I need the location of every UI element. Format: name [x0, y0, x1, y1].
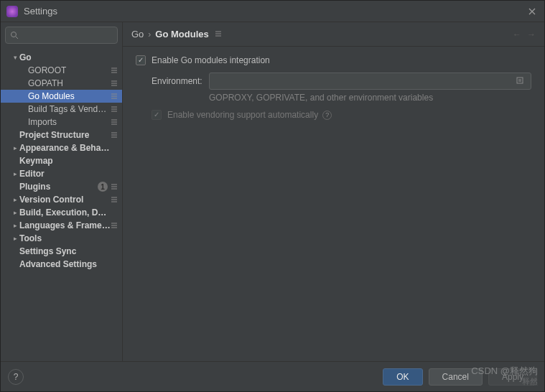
- tree-node-imports[interactable]: Imports: [1, 116, 122, 129]
- tree-node-gopath[interactable]: GOPATH: [1, 77, 122, 90]
- breadcrumb-sep: ›: [148, 29, 151, 39]
- vendoring-help-icon[interactable]: ?: [322, 111, 332, 120]
- project-tag-icon: [215, 29, 222, 39]
- tree-node-go-modules[interactable]: Go Modules: [1, 90, 122, 103]
- project-tag-icon: [111, 222, 118, 229]
- dialog-footer: ? OK Cancel Apply: [1, 361, 544, 391]
- project-tag-icon: [111, 196, 118, 203]
- chevron-right-icon: ▸: [11, 196, 19, 203]
- tree-node-project-structure[interactable]: Project Structure: [1, 129, 122, 141]
- breadcrumb-current: Go Modules: [155, 29, 208, 39]
- nav-forward-button[interactable]: →: [527, 29, 536, 39]
- vendoring-row: Enable vendoring support automatically ?: [152, 110, 531, 120]
- environment-field-wrap: [209, 73, 531, 90]
- project-tag-icon: [111, 183, 118, 190]
- expand-env-button[interactable]: [513, 76, 526, 86]
- tree-node-label: Settings Sync: [19, 246, 111, 256]
- go-modules-panel: Enable Go modules integration Environmen…: [123, 47, 544, 361]
- tree-node-label: Appearance & Behavior: [19, 143, 111, 153]
- close-button[interactable]: [526, 5, 539, 18]
- chevron-down-icon: ▾: [11, 54, 19, 61]
- tree-node-label: Advanced Settings: [19, 259, 111, 269]
- project-tag-icon: [111, 106, 118, 113]
- svg-point-0: [11, 32, 17, 37]
- project-tag-icon: [111, 131, 118, 139]
- tree-node-settings-sync[interactable]: Settings Sync: [1, 245, 122, 258]
- app-logo-icon: [6, 6, 18, 17]
- content-area: Go › Go Modules ← → Enable Go modules in…: [123, 22, 544, 361]
- expand-icon: [516, 77, 523, 84]
- search-wrap: [1, 22, 122, 48]
- tree-node-goroot[interactable]: GOROOT: [1, 64, 122, 77]
- enable-row: Enable Go modules integration: [136, 55, 531, 65]
- tree-node-label: GOROOT: [28, 65, 111, 75]
- tree-node-label: Project Structure: [19, 130, 111, 140]
- tree-node-tools[interactable]: ▸Tools: [1, 232, 122, 245]
- update-badge: 1: [98, 182, 108, 192]
- environment-hint: GOPROXY, GOPRIVATE, and other environmen…: [209, 93, 531, 103]
- tree-node-editor[interactable]: ▸Editor: [1, 167, 122, 180]
- enable-go-modules-checkbox[interactable]: [136, 55, 146, 65]
- titlebar: Settings: [1, 1, 544, 22]
- environment-input[interactable]: [214, 76, 513, 86]
- vendoring-checkbox: [152, 110, 162, 120]
- environment-label: Environment:: [152, 76, 209, 86]
- environment-row: Environment:: [152, 73, 531, 90]
- chevron-right-icon: ▸: [11, 144, 19, 151]
- tree-node-keymap[interactable]: Keymap: [1, 154, 122, 167]
- ok-button[interactable]: OK: [383, 368, 422, 386]
- apply-button: Apply: [488, 368, 537, 386]
- tree-node-build-execution-deployment[interactable]: ▸Build, Execution, Deployment: [1, 206, 122, 219]
- tree-node-version-control[interactable]: ▸Version Control: [1, 193, 122, 206]
- tree-node-languages-frameworks[interactable]: ▸Languages & Frameworks: [1, 219, 122, 232]
- settings-tree: ▾GoGOROOTGOPATHGo ModulesBuild Tags & Ve…: [1, 48, 122, 361]
- nav-buttons: ← →: [513, 29, 536, 39]
- settings-window: Settings ▾GoGOROOTGOPATHGo ModulesBuild …: [0, 0, 545, 392]
- search-box[interactable]: [5, 27, 118, 44]
- tree-node-plugins[interactable]: Plugins1: [1, 180, 122, 193]
- nav-back-button[interactable]: ←: [513, 29, 521, 39]
- tree-node-appearance-behavior[interactable]: ▸Appearance & Behavior: [1, 141, 122, 154]
- project-tag-icon: [111, 67, 118, 74]
- close-icon: [528, 8, 536, 15]
- sidebar: ▾GoGOROOTGOPATHGo ModulesBuild Tags & Ve…: [1, 22, 123, 361]
- project-tag-icon: [111, 93, 118, 100]
- tree-node-label: Plugins: [19, 182, 98, 192]
- tree-node-build-tags-vendoring[interactable]: Build Tags & Vendoring: [1, 103, 122, 116]
- enable-go-modules-label: Enable Go modules integration: [152, 55, 270, 65]
- tree-node-label: Build Tags & Vendoring: [28, 104, 111, 114]
- svg-rect-32: [517, 78, 523, 83]
- project-tag-icon: [111, 118, 118, 126]
- tree-node-advanced-settings[interactable]: Advanced Settings: [1, 258, 122, 271]
- project-tag-icon: [111, 80, 118, 87]
- tree-node-label: Go: [19, 52, 111, 62]
- search-icon: [10, 31, 19, 39]
- tree-node-label: Go Modules: [28, 91, 111, 101]
- tree-node-label: Tools: [19, 233, 111, 243]
- chevron-right-icon: ▸: [11, 235, 19, 242]
- breadcrumb-root[interactable]: Go: [131, 29, 144, 39]
- tree-node-label: Build, Execution, Deployment: [19, 207, 111, 218]
- svg-line-1: [16, 37, 18, 39]
- tree-node-label: Keymap: [19, 156, 111, 166]
- chevron-right-icon: ▸: [11, 222, 19, 229]
- chevron-right-icon: ▸: [11, 209, 19, 216]
- tree-node-go[interactable]: ▾Go: [1, 51, 122, 64]
- help-button[interactable]: ?: [8, 369, 24, 385]
- tree-node-label: Languages & Frameworks: [19, 220, 111, 230]
- window-title: Settings: [24, 6, 57, 17]
- vendoring-label: Enable vendoring support automatically: [167, 110, 318, 120]
- tree-node-label: Imports: [28, 117, 111, 127]
- cancel-button[interactable]: Cancel: [429, 368, 483, 386]
- breadcrumb-bar: Go › Go Modules ← →: [123, 22, 544, 47]
- search-input[interactable]: [22, 30, 129, 40]
- chevron-right-icon: ▸: [11, 170, 19, 177]
- tree-node-label: Editor: [19, 169, 111, 179]
- tree-node-label: GOPATH: [28, 78, 111, 88]
- tree-node-label: Version Control: [19, 195, 111, 205]
- dialog-body: ▾GoGOROOTGOPATHGo ModulesBuild Tags & Ve…: [1, 22, 544, 361]
